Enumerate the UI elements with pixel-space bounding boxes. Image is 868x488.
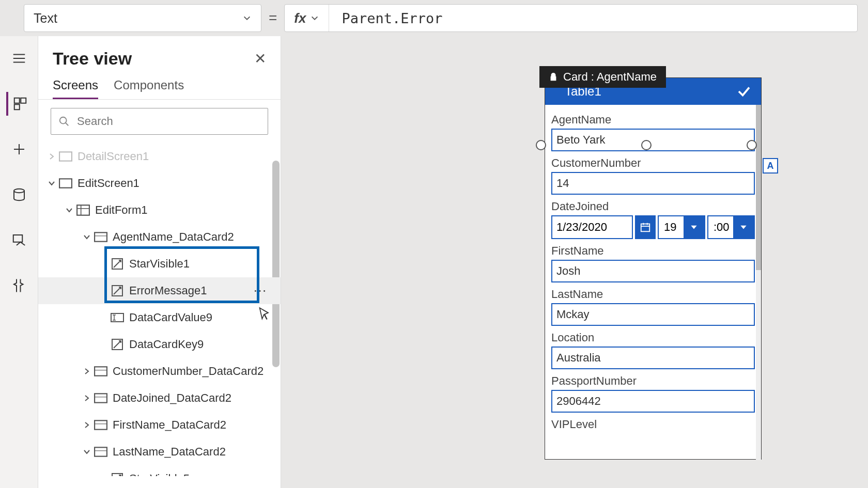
more-options-icon[interactable]: ⋯ [253,283,268,299]
left-nav-rail [0,36,38,488]
location-input[interactable]: Australia [551,347,755,369]
tree-item-editform[interactable]: EditForm1 [38,197,281,224]
calendar-icon[interactable] [635,215,656,239]
edit-form-preview[interactable]: Table1 AgentName Beto Yark CustomerNumbe… [545,77,762,460]
customernumber-input[interactable]: 14 [551,172,755,195]
tree-item-datacardvalue9[interactable]: DataCardValue9 [38,304,281,331]
card-icon [94,366,107,377]
form-icon [76,204,90,216]
svg-rect-14 [95,367,107,375]
selection-tooltip: Card : AgentName [539,66,666,88]
card-icon [94,419,107,431]
datejoined-label: DateJoined [551,200,755,213]
firstname-input[interactable]: Josh [551,260,755,282]
data-button[interactable] [7,183,31,207]
svg-rect-9 [95,232,107,241]
svg-rect-15 [95,393,107,402]
tree-item-starvisible1[interactable]: StarVisible1 [38,250,281,277]
formula-bar: Text = fx Parent.Error [0,0,868,36]
tab-components[interactable]: Components [114,78,184,99]
media-button[interactable] [7,228,31,252]
svg-rect-7 [59,179,72,187]
tree-item-datacardkey9[interactable]: DataCardKey9 [38,331,281,358]
tree-scrollbar[interactable] [272,161,280,367]
search-placeholder: Search [77,115,113,128]
svg-point-3 [14,189,24,193]
add-button[interactable] [7,137,31,161]
tree-item-editscreen[interactable]: EditScreen1 [38,170,281,197]
svg-rect-0 [14,98,19,103]
tree-scroll-area: DetailScreen1 EditScreen1 EditForm1 Agen… [38,143,281,476]
svg-rect-17 [95,447,107,456]
tools-button[interactable] [7,274,31,297]
formula-input[interactable]: fx Parent.Error [284,4,858,32]
firstname-label: FirstName [551,244,755,258]
passport-input[interactable]: 2906442 [551,390,755,413]
tree-item-detailscreen[interactable]: DetailScreen1 [38,143,281,170]
close-icon[interactable]: ✕ [254,50,266,67]
panel-title: Tree view [53,49,132,69]
fx-label: fx [285,5,329,32]
tree-view-panel: Tree view ✕ Screens Components Search De… [38,36,281,488]
search-icon [58,116,70,127]
tree-item-errormessage1[interactable]: ErrorMessage1 ⋯ [38,277,281,304]
label-icon [111,285,124,296]
hamburger-button[interactable] [7,46,31,70]
checkmark-icon[interactable] [736,84,752,99]
minute-dropdown[interactable]: :00 [707,215,755,239]
tree-view-button[interactable] [6,92,30,116]
card-icon [94,392,107,404]
agentname-input[interactable]: Beto Yark [551,129,755,151]
label-icon [111,473,124,476]
tree-item-starvisible5[interactable]: StarVisible5 [38,465,281,476]
search-input[interactable]: Search [51,108,268,135]
card-icon [94,446,107,458]
tree-item-firstname-card[interactable]: FirstName_DataCard2 [38,412,281,438]
tree-item-lastname-card[interactable]: LastName_DataCard2 [38,438,281,465]
lock-icon [549,72,558,82]
tree-item-datejoined-card[interactable]: DateJoined_DataCard2 [38,385,281,412]
svg-rect-16 [95,420,107,429]
tree-item-agentname-card[interactable]: AgentName_DataCard2 [38,224,281,250]
cursor-icon [257,307,272,321]
property-name: Text [34,11,57,26]
textinput-icon [111,312,124,323]
svg-rect-4 [13,235,22,242]
accessibility-badge[interactable]: A [763,158,778,174]
svg-point-5 [60,117,67,124]
svg-rect-8 [77,205,89,215]
hour-dropdown[interactable]: 19 [658,215,705,239]
svg-rect-1 [14,104,19,109]
viplevel-label: VIPLevel [551,418,755,431]
tree-item-customernumber-card[interactable]: CustomerNumber_DataCard2 [38,358,281,385]
formula-text: Parent.Error [329,10,455,26]
svg-rect-2 [21,98,26,103]
chevron-down-icon [242,13,252,23]
card-icon [94,231,107,243]
datejoined-input[interactable]: 1/23/2020 [551,215,633,239]
passport-label: PassportNumber [551,374,755,388]
lastname-label: LastName [551,288,755,301]
label-icon [111,258,124,270]
agentname-label: AgentName [551,113,755,127]
location-label: Location [551,331,755,344]
label-icon [111,339,124,350]
equals-sign: = [269,10,277,26]
svg-rect-6 [59,152,72,161]
svg-rect-19 [641,224,650,232]
property-dropdown[interactable]: Text [24,4,261,32]
chevron-down-icon[interactable] [310,13,319,23]
customernumber-label: CustomerNumber [551,156,755,170]
tab-screens[interactable]: Screens [53,78,98,99]
lastname-input[interactable]: Mckay [551,303,755,326]
